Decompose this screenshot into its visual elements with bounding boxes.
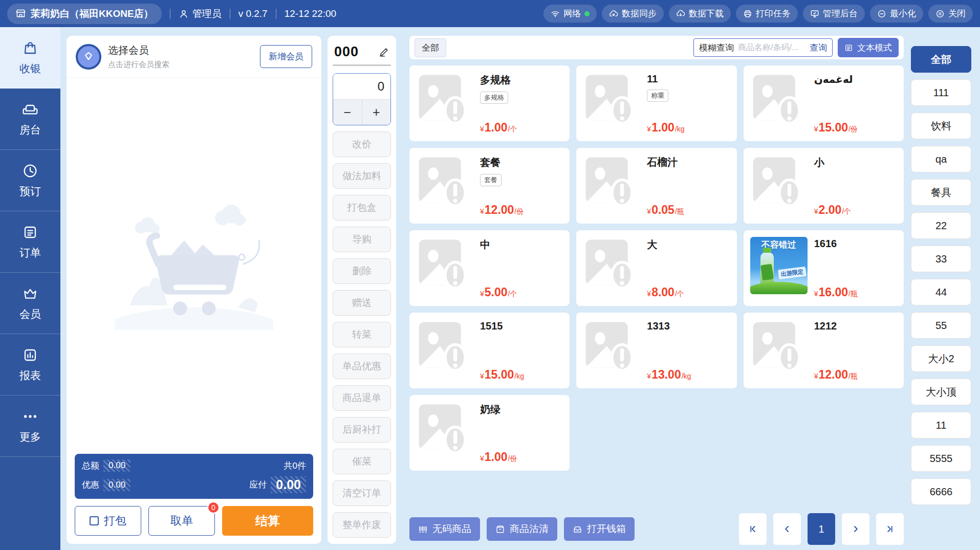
currency-symbol: ¥ (647, 290, 651, 298)
category-sidebar: 全部 111 饮料 qa 餐具 22 33 44 55 大小2 大小顶 11 5… (911, 46, 971, 550)
product-card[interactable]: 套餐 套餐 ¥ 12.00 /份 (409, 148, 570, 224)
tab-all-products[interactable]: 全部 (415, 38, 446, 57)
category-button[interactable]: 餐具 (911, 179, 971, 206)
category-button[interactable]: 5555 (911, 445, 971, 472)
product-card[interactable]: لەغمەن ¥ 15.00 /份 (744, 65, 904, 141)
item-action-button[interactable]: 单品优惠 (333, 354, 391, 379)
product-price: ¥ 13.00 /kg (647, 368, 691, 382)
product-card[interactable]: 1515 ¥ 15.00 /kg (409, 313, 570, 388)
item-action-button[interactable]: 打包盒 (333, 195, 391, 221)
category-button[interactable]: 44 (911, 279, 971, 305)
category-button[interactable]: 大小顶 (911, 379, 971, 405)
currency-symbol: ¥ (480, 372, 484, 380)
sidebar-item-members[interactable]: 会员 (0, 273, 60, 334)
price-unit: /瓶 (848, 290, 858, 299)
empty-cart-area (67, 78, 321, 454)
product-card[interactable]: 大 ¥ 8.00 /个 (576, 230, 736, 306)
category-button[interactable]: 大小2 (911, 345, 971, 372)
checkout-button[interactable]: 结算 (222, 506, 313, 536)
image-placeholder-icon (583, 155, 640, 212)
close-button[interactable]: 关闭 (928, 5, 973, 23)
product-price: ¥ 12.00 /瓶 (814, 368, 858, 382)
edit-pencil-icon[interactable] (378, 47, 389, 58)
item-action-button[interactable]: 改价 (333, 131, 391, 157)
pagination-last-button[interactable] (876, 513, 904, 545)
photo-badge: 出游限定 (778, 267, 807, 279)
product-card[interactable]: 1313 ¥ 13.00 /kg (576, 313, 736, 388)
sidebar-item-reservations[interactable]: 预订 (0, 150, 60, 211)
product-search-input[interactable] (738, 43, 805, 52)
store-pill[interactable]: 茉莉奶白（福田KKONE店） (7, 4, 162, 24)
category-button[interactable]: 11 (911, 412, 971, 438)
data-download-button[interactable]: 数据下载 (669, 5, 731, 23)
minimize-button[interactable]: 最小化 (870, 5, 923, 23)
sidebar-item-tables[interactable]: 房台 (0, 89, 60, 150)
quantity-plus-button[interactable]: + (362, 100, 391, 125)
product-card[interactable]: 多规格 多规格 ¥ 1.00 /个 (409, 65, 570, 141)
item-action-button[interactable]: 整单作废 (333, 512, 391, 538)
total-value: 0.00 (103, 459, 130, 472)
product-card[interactable]: 石榴汁 ¥ 0.05 /瓶 (576, 148, 736, 224)
category-button[interactable]: 6666 (911, 478, 971, 505)
takeout-checkbox[interactable] (90, 516, 99, 525)
item-action-button[interactable]: 商品退单 (333, 385, 391, 411)
category-button[interactable]: 55 (911, 312, 971, 339)
pagination-prev-button[interactable] (773, 513, 801, 545)
currency-symbol: ¥ (647, 125, 651, 133)
product-card[interactable]: 11 称重 ¥ 1.00 /kg (576, 65, 736, 141)
data-sync-button[interactable]: 数据同步 (602, 5, 664, 23)
product-name: 多规格 (480, 73, 511, 87)
sidebar-item-label: 预订 (19, 184, 41, 199)
category-button[interactable]: 饮料 (911, 113, 971, 139)
image-placeholder-icon (416, 319, 473, 377)
product-name: 奶绿 (480, 403, 500, 416)
search-button[interactable]: 查询 (810, 42, 827, 54)
item-action-button[interactable]: 转菜 (333, 322, 391, 347)
sidebar-item-more[interactable]: 更多 (0, 395, 60, 457)
product-card[interactable]: 奶绿 ¥ 1.00 /份 (409, 395, 570, 471)
no-barcode-item-button[interactable]: 无码商品 (409, 517, 480, 541)
category-button[interactable]: 33 (911, 246, 971, 272)
category-button[interactable]: 22 (911, 212, 971, 239)
item-action-button[interactable]: 做法加料 (333, 163, 391, 189)
print-tasks-button[interactable]: 打印任务 (736, 5, 798, 23)
items-count: 共0件 (284, 460, 306, 472)
product-name: 1515 (480, 320, 503, 332)
pagination-first-button[interactable] (739, 513, 767, 545)
product-card[interactable]: 中 ¥ 5.00 /个 (409, 230, 570, 306)
retrieve-order-button[interactable]: 取单 0 (148, 506, 215, 536)
takeout-toggle-button[interactable]: 打包 (75, 506, 141, 536)
category-button[interactable]: qa (911, 146, 971, 172)
sidebar-item-reports[interactable]: 报表 (0, 334, 60, 395)
product-card[interactable]: 不容错过 出游限定 1616 ¥ 16.00 /瓶 (744, 230, 904, 306)
pagination-next-button[interactable] (842, 513, 869, 545)
current-user[interactable]: 管理员 (179, 7, 222, 20)
app-version: v 0.2.7 (238, 8, 268, 19)
pagination-current-page[interactable]: 1 (808, 513, 835, 545)
admin-panel-label: 管理后台 (823, 8, 858, 19)
add-member-button[interactable]: 新增会员 (260, 45, 312, 68)
admin-panel-button[interactable]: 管理后台 (803, 5, 865, 23)
product-card[interactable]: 小 ¥ 2.00 /个 (744, 148, 904, 224)
sidebar-item-orders[interactable]: 订单 (0, 211, 60, 273)
category-button[interactable]: 111 (911, 79, 971, 106)
sidebar-item-cashier[interactable]: 收银 (0, 27, 60, 89)
member-select-row[interactable]: 选择会员 点击进行会员搜索 新增会员 (67, 36, 321, 78)
item-action-button[interactable]: 后厨补打 (333, 417, 391, 443)
quantity-minus-button[interactable]: − (333, 100, 362, 125)
item-action-button[interactable]: 清空订单 (333, 480, 391, 506)
text-mode-button[interactable]: 文本模式 (838, 38, 899, 57)
price-value: 15.00 (485, 368, 514, 382)
currency-symbol: ¥ (480, 207, 484, 215)
item-action-button[interactable]: 赠送 (333, 290, 391, 316)
sold-out-button[interactable]: 商品沽清 (487, 517, 557, 541)
category-button[interactable]: 全部 (911, 46, 971, 73)
open-cash-drawer-button[interactable]: 打开钱箱 (564, 517, 635, 541)
network-status-button[interactable]: 网络 (543, 5, 597, 23)
held-orders-badge: 0 (207, 501, 220, 514)
item-action-button[interactable]: 删除 (333, 258, 391, 284)
item-action-button[interactable]: 催菜 (333, 449, 391, 474)
price-value: 13.00 (651, 368, 681, 382)
item-action-button[interactable]: 导购 (333, 227, 391, 252)
product-card[interactable]: 1212 ¥ 12.00 /瓶 (744, 313, 904, 388)
